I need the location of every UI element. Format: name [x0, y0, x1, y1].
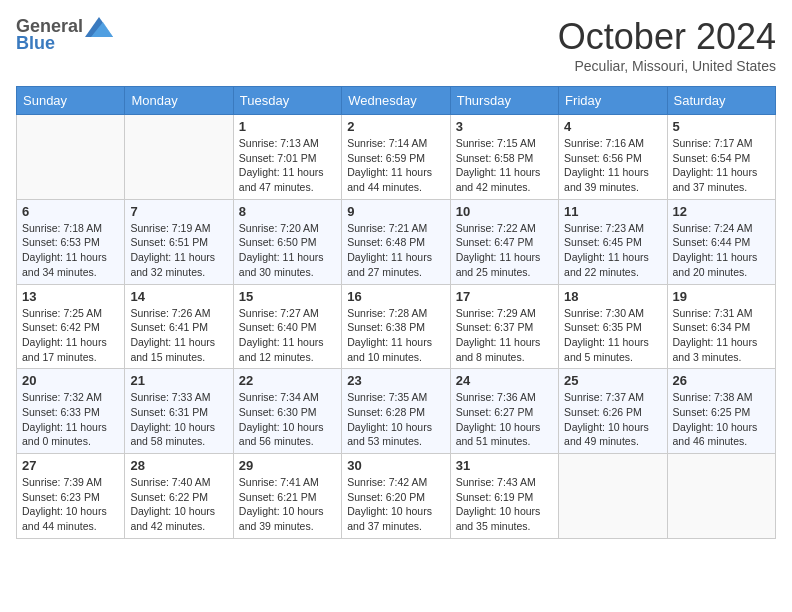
calendar-cell: 2Sunrise: 7:14 AM Sunset: 6:59 PM Daylig…: [342, 115, 450, 200]
calendar-cell: 8Sunrise: 7:20 AM Sunset: 6:50 PM Daylig…: [233, 199, 341, 284]
day-number: 29: [239, 458, 336, 473]
day-header: Monday: [125, 87, 233, 115]
day-number: 12: [673, 204, 770, 219]
day-number: 28: [130, 458, 227, 473]
day-detail: Sunrise: 7:35 AM Sunset: 6:28 PM Dayligh…: [347, 390, 444, 449]
calendar-cell: [667, 454, 775, 539]
day-number: 22: [239, 373, 336, 388]
calendar-cell: 30Sunrise: 7:42 AM Sunset: 6:20 PM Dayli…: [342, 454, 450, 539]
day-number: 6: [22, 204, 119, 219]
day-number: 20: [22, 373, 119, 388]
day-number: 2: [347, 119, 444, 134]
day-detail: Sunrise: 7:14 AM Sunset: 6:59 PM Dayligh…: [347, 136, 444, 195]
day-number: 23: [347, 373, 444, 388]
logo-blue-text: Blue: [16, 33, 55, 54]
calendar-cell: [17, 115, 125, 200]
day-detail: Sunrise: 7:17 AM Sunset: 6:54 PM Dayligh…: [673, 136, 770, 195]
day-detail: Sunrise: 7:34 AM Sunset: 6:30 PM Dayligh…: [239, 390, 336, 449]
day-number: 15: [239, 289, 336, 304]
day-header: Saturday: [667, 87, 775, 115]
calendar-cell: 3Sunrise: 7:15 AM Sunset: 6:58 PM Daylig…: [450, 115, 558, 200]
day-number: 3: [456, 119, 553, 134]
calendar-cell: 4Sunrise: 7:16 AM Sunset: 6:56 PM Daylig…: [559, 115, 667, 200]
day-number: 1: [239, 119, 336, 134]
day-detail: Sunrise: 7:26 AM Sunset: 6:41 PM Dayligh…: [130, 306, 227, 365]
day-number: 16: [347, 289, 444, 304]
calendar-week-row: 13Sunrise: 7:25 AM Sunset: 6:42 PM Dayli…: [17, 284, 776, 369]
day-header: Sunday: [17, 87, 125, 115]
day-detail: Sunrise: 7:16 AM Sunset: 6:56 PM Dayligh…: [564, 136, 661, 195]
calendar-cell: 9Sunrise: 7:21 AM Sunset: 6:48 PM Daylig…: [342, 199, 450, 284]
calendar-cell: 12Sunrise: 7:24 AM Sunset: 6:44 PM Dayli…: [667, 199, 775, 284]
day-detail: Sunrise: 7:27 AM Sunset: 6:40 PM Dayligh…: [239, 306, 336, 365]
day-detail: Sunrise: 7:39 AM Sunset: 6:23 PM Dayligh…: [22, 475, 119, 534]
day-number: 9: [347, 204, 444, 219]
day-detail: Sunrise: 7:31 AM Sunset: 6:34 PM Dayligh…: [673, 306, 770, 365]
day-detail: Sunrise: 7:41 AM Sunset: 6:21 PM Dayligh…: [239, 475, 336, 534]
calendar-cell: 20Sunrise: 7:32 AM Sunset: 6:33 PM Dayli…: [17, 369, 125, 454]
day-number: 7: [130, 204, 227, 219]
logo: General Blue: [16, 16, 113, 54]
day-number: 5: [673, 119, 770, 134]
day-header: Tuesday: [233, 87, 341, 115]
day-detail: Sunrise: 7:36 AM Sunset: 6:27 PM Dayligh…: [456, 390, 553, 449]
calendar-cell: 1Sunrise: 7:13 AM Sunset: 7:01 PM Daylig…: [233, 115, 341, 200]
day-number: 13: [22, 289, 119, 304]
day-number: 21: [130, 373, 227, 388]
day-detail: Sunrise: 7:23 AM Sunset: 6:45 PM Dayligh…: [564, 221, 661, 280]
title-area: October 2024 Peculiar, Missouri, United …: [558, 16, 776, 74]
calendar-cell: 18Sunrise: 7:30 AM Sunset: 6:35 PM Dayli…: [559, 284, 667, 369]
day-number: 19: [673, 289, 770, 304]
month-title: October 2024: [558, 16, 776, 58]
day-detail: Sunrise: 7:43 AM Sunset: 6:19 PM Dayligh…: [456, 475, 553, 534]
day-detail: Sunrise: 7:42 AM Sunset: 6:20 PM Dayligh…: [347, 475, 444, 534]
calendar-cell: 21Sunrise: 7:33 AM Sunset: 6:31 PM Dayli…: [125, 369, 233, 454]
calendar-cell: 19Sunrise: 7:31 AM Sunset: 6:34 PM Dayli…: [667, 284, 775, 369]
day-header: Thursday: [450, 87, 558, 115]
day-header: Friday: [559, 87, 667, 115]
day-detail: Sunrise: 7:22 AM Sunset: 6:47 PM Dayligh…: [456, 221, 553, 280]
calendar-cell: 14Sunrise: 7:26 AM Sunset: 6:41 PM Dayli…: [125, 284, 233, 369]
day-detail: Sunrise: 7:25 AM Sunset: 6:42 PM Dayligh…: [22, 306, 119, 365]
day-detail: Sunrise: 7:20 AM Sunset: 6:50 PM Dayligh…: [239, 221, 336, 280]
calendar-cell: 7Sunrise: 7:19 AM Sunset: 6:51 PM Daylig…: [125, 199, 233, 284]
calendar-cell: 28Sunrise: 7:40 AM Sunset: 6:22 PM Dayli…: [125, 454, 233, 539]
day-detail: Sunrise: 7:29 AM Sunset: 6:37 PM Dayligh…: [456, 306, 553, 365]
calendar-cell: 17Sunrise: 7:29 AM Sunset: 6:37 PM Dayli…: [450, 284, 558, 369]
day-detail: Sunrise: 7:24 AM Sunset: 6:44 PM Dayligh…: [673, 221, 770, 280]
day-number: 4: [564, 119, 661, 134]
day-number: 26: [673, 373, 770, 388]
calendar-cell: 5Sunrise: 7:17 AM Sunset: 6:54 PM Daylig…: [667, 115, 775, 200]
day-detail: Sunrise: 7:33 AM Sunset: 6:31 PM Dayligh…: [130, 390, 227, 449]
calendar-cell: 13Sunrise: 7:25 AM Sunset: 6:42 PM Dayli…: [17, 284, 125, 369]
calendar-cell: 10Sunrise: 7:22 AM Sunset: 6:47 PM Dayli…: [450, 199, 558, 284]
day-detail: Sunrise: 7:13 AM Sunset: 7:01 PM Dayligh…: [239, 136, 336, 195]
day-detail: Sunrise: 7:19 AM Sunset: 6:51 PM Dayligh…: [130, 221, 227, 280]
calendar-cell: 11Sunrise: 7:23 AM Sunset: 6:45 PM Dayli…: [559, 199, 667, 284]
calendar-cell: 16Sunrise: 7:28 AM Sunset: 6:38 PM Dayli…: [342, 284, 450, 369]
calendar-cell: 24Sunrise: 7:36 AM Sunset: 6:27 PM Dayli…: [450, 369, 558, 454]
calendar-cell: 6Sunrise: 7:18 AM Sunset: 6:53 PM Daylig…: [17, 199, 125, 284]
calendar-cell: [559, 454, 667, 539]
day-number: 25: [564, 373, 661, 388]
day-detail: Sunrise: 7:40 AM Sunset: 6:22 PM Dayligh…: [130, 475, 227, 534]
calendar-table: SundayMondayTuesdayWednesdayThursdayFrid…: [16, 86, 776, 539]
calendar-cell: 26Sunrise: 7:38 AM Sunset: 6:25 PM Dayli…: [667, 369, 775, 454]
day-number: 10: [456, 204, 553, 219]
header-row: SundayMondayTuesdayWednesdayThursdayFrid…: [17, 87, 776, 115]
day-number: 31: [456, 458, 553, 473]
logo-icon: [85, 17, 113, 37]
day-number: 17: [456, 289, 553, 304]
day-number: 24: [456, 373, 553, 388]
day-detail: Sunrise: 7:18 AM Sunset: 6:53 PM Dayligh…: [22, 221, 119, 280]
day-number: 18: [564, 289, 661, 304]
day-detail: Sunrise: 7:15 AM Sunset: 6:58 PM Dayligh…: [456, 136, 553, 195]
calendar-cell: [125, 115, 233, 200]
calendar-cell: 31Sunrise: 7:43 AM Sunset: 6:19 PM Dayli…: [450, 454, 558, 539]
day-number: 27: [22, 458, 119, 473]
calendar-week-row: 27Sunrise: 7:39 AM Sunset: 6:23 PM Dayli…: [17, 454, 776, 539]
calendar-week-row: 20Sunrise: 7:32 AM Sunset: 6:33 PM Dayli…: [17, 369, 776, 454]
day-detail: Sunrise: 7:38 AM Sunset: 6:25 PM Dayligh…: [673, 390, 770, 449]
day-number: 8: [239, 204, 336, 219]
day-detail: Sunrise: 7:37 AM Sunset: 6:26 PM Dayligh…: [564, 390, 661, 449]
